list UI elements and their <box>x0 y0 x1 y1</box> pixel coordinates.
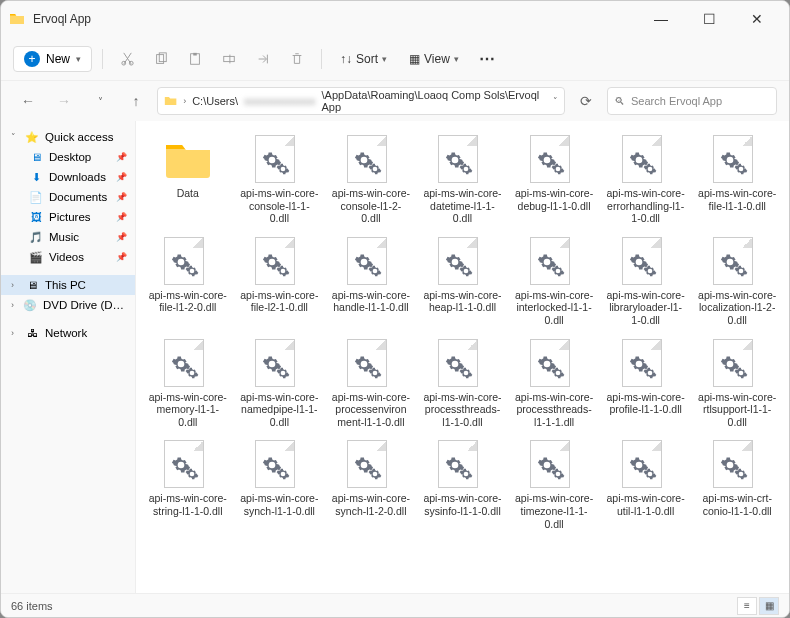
search-input[interactable]: 🔍︎ Search Ervoql App <box>607 87 777 115</box>
file-item[interactable]: api-ms-win-core-interlocked-l1-1-0.dll <box>510 233 598 331</box>
file-item[interactable]: api-ms-win-core-file-l2-1-0.dll <box>236 233 324 331</box>
item-label: api-ms-win-core-datetime-l1-1-0.dll <box>423 187 503 225</box>
dll-file-icon <box>713 339 761 387</box>
dll-file-icon <box>713 135 761 183</box>
sidebar-this-pc[interactable]: ›🖥This PC <box>1 275 135 295</box>
maximize-button[interactable]: ☐ <box>695 5 723 33</box>
sidebar-videos[interactable]: 🎬Videos📌 <box>1 247 135 267</box>
pin-icon: 📌 <box>116 212 127 222</box>
item-label: api-ms-win-core-synch-l1-2-0.dll <box>331 492 411 517</box>
sidebar-desktop[interactable]: 🖥Desktop📌 <box>1 147 135 167</box>
icons-view-button[interactable]: ▦ <box>759 597 779 615</box>
copy-icon[interactable] <box>147 45 175 73</box>
item-label: api-ms-win-core-rtlsupport-l1-1-0.dll <box>697 391 777 429</box>
file-item[interactable]: api-ms-win-core-debug-l1-1-0.dll <box>510 131 598 229</box>
disc-icon: 💿 <box>23 298 37 312</box>
chevron-down-icon: ▾ <box>454 54 459 64</box>
item-label: api-ms-win-core-handle-l1-1-0.dll <box>331 289 411 314</box>
address-bar[interactable]: › C:\Users\xxxxxxxxxxxxx\AppData\Roaming… <box>157 87 565 115</box>
file-item[interactable]: api-ms-win-core-libraryloader-l1-1-0.dll <box>602 233 690 331</box>
details-view-button[interactable]: ≡ <box>737 597 757 615</box>
file-item[interactable]: api-ms-win-core-synch-l1-1-0.dll <box>236 436 324 534</box>
file-item[interactable]: api-ms-win-core-memory-l1-1-0.dll <box>144 335 232 433</box>
close-button[interactable]: ✕ <box>743 5 771 33</box>
chevron-right-icon: › <box>183 96 186 106</box>
dll-file-icon <box>438 440 486 488</box>
file-item[interactable]: api-ms-win-core-handle-l1-1-0.dll <box>327 233 415 331</box>
folder-icon <box>164 135 212 183</box>
item-label: api-ms-win-core-localization-l1-2-0.dll <box>697 289 777 327</box>
chevron-down-icon[interactable]: ˅ <box>553 96 558 106</box>
paste-icon[interactable] <box>181 45 209 73</box>
star-icon: ⭐ <box>25 130 39 144</box>
file-item[interactable]: api-ms-win-core-namedpipe-l1-1-0.dll <box>236 335 324 433</box>
sidebar-network[interactable]: ›🖧Network <box>1 323 135 343</box>
file-item[interactable]: api-ms-win-core-processenvironment-l1-1-… <box>327 335 415 433</box>
item-label: api-ms-win-core-heap-l1-1-0.dll <box>423 289 503 314</box>
file-item[interactable]: api-ms-win-core-timezone-l1-1-0.dll <box>510 436 598 534</box>
file-item[interactable]: api-ms-win-core-processthreads-l1-1-1.dl… <box>510 335 598 433</box>
file-item[interactable]: api-ms-win-core-heap-l1-1-0.dll <box>419 233 507 331</box>
up-button[interactable]: ↑ <box>121 86 151 116</box>
new-button[interactable]: + New ▾ <box>13 46 92 72</box>
dll-file-icon <box>255 135 303 183</box>
file-item[interactable]: api-ms-win-core-file-l1-1-0.dll <box>693 131 781 229</box>
file-item[interactable]: api-ms-win-core-profile-l1-1-0.dll <box>602 335 690 433</box>
sidebar-dvd[interactable]: ›💿DVD Drive (D:) CCCC <box>1 295 135 315</box>
item-label: api-ms-win-core-console-l1-1-0.dll <box>240 187 320 225</box>
sidebar-music[interactable]: 🎵Music📌 <box>1 227 135 247</box>
delete-icon[interactable] <box>283 45 311 73</box>
content-area[interactable]: Dataapi-ms-win-core-console-l1-1-0.dllap… <box>136 121 789 593</box>
file-item[interactable]: api-ms-win-core-util-l1-1-0.dll <box>602 436 690 534</box>
item-label: Data <box>177 187 199 200</box>
file-item[interactable]: api-ms-win-core-localization-l1-2-0.dll <box>693 233 781 331</box>
file-item[interactable]: api-ms-win-core-datetime-l1-1-0.dll <box>419 131 507 229</box>
pin-icon: 📌 <box>116 172 127 182</box>
pin-icon: 📌 <box>116 192 127 202</box>
file-item[interactable]: api-ms-win-core-processthreads-l1-1-0.dl… <box>419 335 507 433</box>
sidebar-documents[interactable]: 📄Documents📌 <box>1 187 135 207</box>
back-button[interactable]: ← <box>13 86 43 116</box>
separator <box>321 49 322 69</box>
file-item[interactable]: api-ms-win-crt-conio-l1-1-0.dll <box>693 436 781 534</box>
folder-icon <box>9 11 25 27</box>
refresh-button[interactable]: ⟳ <box>571 86 601 116</box>
sidebar-downloads[interactable]: ⬇Downloads📌 <box>1 167 135 187</box>
explorer-window: Ervoql App — ☐ ✕ + New ▾ ↑↓ Sort ▾ ▦ Vie… <box>0 0 790 618</box>
file-item[interactable]: api-ms-win-core-sysinfo-l1-1-0.dll <box>419 436 507 534</box>
pin-icon: 📌 <box>116 232 127 242</box>
sidebar: ˅⭐Quick access 🖥Desktop📌 ⬇Downloads📌 📄Do… <box>1 121 136 593</box>
file-item[interactable]: api-ms-win-core-errorhandling-l1-1-0.dll <box>602 131 690 229</box>
file-item[interactable]: api-ms-win-core-rtlsupport-l1-1-0.dll <box>693 335 781 433</box>
pin-icon: 📌 <box>116 252 127 262</box>
chevron-down-icon[interactable]: ˅ <box>85 86 115 116</box>
path-suffix: \AppData\Roaming\Loaoq Comp Sols\Ervoql … <box>322 89 547 113</box>
file-item[interactable]: api-ms-win-core-synch-l1-2-0.dll <box>327 436 415 534</box>
view-button[interactable]: ▦ View ▾ <box>401 48 467 70</box>
cut-icon[interactable] <box>113 45 141 73</box>
file-item[interactable]: api-ms-win-core-string-l1-1-0.dll <box>144 436 232 534</box>
svg-point-1 <box>129 61 133 65</box>
item-label: api-ms-win-core-libraryloader-l1-1-0.dll <box>606 289 686 327</box>
pc-icon: 🖥 <box>25 278 39 292</box>
file-item[interactable]: api-ms-win-core-console-l1-2-0.dll <box>327 131 415 229</box>
sidebar-quick-access[interactable]: ˅⭐Quick access <box>1 127 135 147</box>
file-item[interactable]: api-ms-win-core-file-l1-2-0.dll <box>144 233 232 331</box>
share-icon[interactable] <box>249 45 277 73</box>
item-label: api-ms-win-core-sysinfo-l1-1-0.dll <box>423 492 503 517</box>
downloads-icon: ⬇ <box>29 170 43 184</box>
sort-button[interactable]: ↑↓ Sort ▾ <box>332 48 395 70</box>
more-button[interactable]: ⋯ <box>473 45 501 73</box>
dll-file-icon <box>255 440 303 488</box>
minimize-button[interactable]: — <box>647 5 675 33</box>
item-label: api-ms-win-core-processenvironment-l1-1-… <box>331 391 411 429</box>
new-label: New <box>46 52 70 66</box>
file-item[interactable]: api-ms-win-core-console-l1-1-0.dll <box>236 131 324 229</box>
rename-icon[interactable] <box>215 45 243 73</box>
sidebar-pictures[interactable]: 🖼Pictures📌 <box>1 207 135 227</box>
forward-button[interactable]: → <box>49 86 79 116</box>
dll-file-icon <box>622 135 670 183</box>
folder-item[interactable]: Data <box>144 131 232 229</box>
path-redacted: xxxxxxxxxxxxx <box>244 95 316 107</box>
item-label: api-ms-win-core-file-l2-1-0.dll <box>240 289 320 314</box>
